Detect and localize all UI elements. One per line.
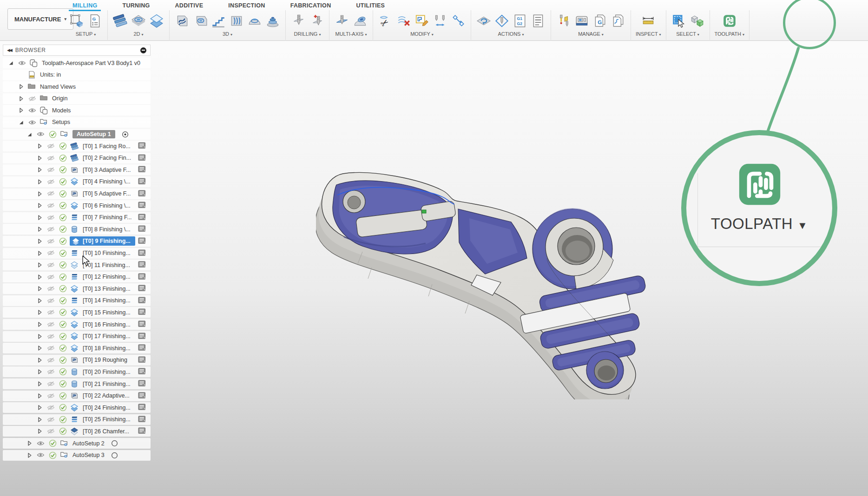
visibility-eye-off-icon[interactable] <box>26 96 38 102</box>
setup-row[interactable]: AutoSetup 2 <box>3 438 151 449</box>
operation-doc-icon[interactable] <box>138 368 146 375</box>
setup-sheet-icon[interactable] <box>530 13 546 29</box>
operation-doc-icon[interactable] <box>138 380 146 387</box>
expander-collapsed-icon[interactable] <box>34 238 45 244</box>
operation-doc-icon[interactable] <box>138 261 146 268</box>
toolpath-row[interactable]: [T0] 16 Finishing... <box>3 319 151 330</box>
toolpath-row[interactable]: [T0] 7 Finishing F... <box>3 212 151 223</box>
part-model[interactable] <box>316 167 651 399</box>
hide-panel-icon[interactable] <box>140 47 146 53</box>
expander-collapsed-icon[interactable] <box>34 286 45 292</box>
expander-collapsed-icon[interactable] <box>16 96 26 102</box>
toolbar-group-label[interactable]: MULTI-AXIS ▾ <box>335 31 367 37</box>
operation-doc-icon[interactable] <box>138 427 146 434</box>
toolbar-group-label[interactable]: 2D ▾ <box>133 31 143 37</box>
tree-row[interactable]: Units: in <box>3 70 151 80</box>
adaptive-clearing-icon[interactable] <box>174 13 190 29</box>
expander-collapsed-icon[interactable] <box>34 215 45 221</box>
face-icon[interactable] <box>112 13 128 29</box>
toolbar-group-label[interactable]: INSPECT ▾ <box>636 31 661 37</box>
expander-collapsed-icon[interactable] <box>34 333 45 339</box>
machine-library-icon[interactable] <box>574 13 590 29</box>
toolpath-row[interactable]: [T0] 20 Finishing... <box>3 366 151 377</box>
measure-icon[interactable] <box>640 13 656 29</box>
2d-contour-icon[interactable] <box>149 13 164 29</box>
visibility-eye-off-icon[interactable] <box>45 202 57 209</box>
visibility-eye-off-icon[interactable] <box>45 143 57 149</box>
pocket-clearing-icon[interactable] <box>192 13 208 29</box>
edit-toolpath-icon[interactable] <box>414 13 430 29</box>
visibility-eye-off-icon[interactable] <box>45 309 57 315</box>
setup-row[interactable]: AutoSetup 1 <box>3 129 151 140</box>
expander-collapsed-icon[interactable] <box>34 143 45 149</box>
simulate-icon[interactable] <box>476 13 492 29</box>
toolpath-row[interactable]: [T0] 15 Finishing... <box>3 307 151 318</box>
spiral-icon[interactable] <box>247 13 263 29</box>
operation-doc-icon[interactable] <box>138 273 146 280</box>
template-library-icon[interactable] <box>610 13 626 29</box>
visibility-eye-icon[interactable] <box>34 452 46 457</box>
delete-passes-icon[interactable] <box>396 13 412 29</box>
operation-doc-icon[interactable] <box>138 249 146 256</box>
tree-row[interactable]: Setups <box>3 117 151 128</box>
visibility-eye-off-icon[interactable] <box>45 155 57 161</box>
toolpath-row[interactable]: [T0] 11 Finishing... <box>3 260 151 270</box>
operation-doc-icon[interactable] <box>138 178 146 185</box>
visibility-eye-off-icon[interactable] <box>45 333 57 339</box>
operation-doc-icon[interactable] <box>138 154 146 161</box>
toolpath-row[interactable]: [T0] 14 Finishing... <box>3 295 151 306</box>
visibility-eye-off-icon[interactable] <box>45 250 57 256</box>
tab-inspection[interactable]: INSPECTION <box>225 1 268 10</box>
nc-code-icon[interactable]: G1G2 <box>512 13 528 29</box>
operation-doc-icon[interactable] <box>138 297 146 304</box>
tree-row[interactable]: Toolpath-Aerospace Part V3 Body1 v0 <box>3 58 151 68</box>
nc-program-icon[interactable]: G <box>87 13 103 29</box>
expander-collapsed-icon[interactable] <box>34 226 45 232</box>
expander-collapsed-icon[interactable] <box>34 274 45 280</box>
toolpath-row[interactable]: [T0] 1 Facing Ro... <box>3 141 151 151</box>
operation-doc-icon[interactable] <box>138 214 146 221</box>
operation-doc-icon[interactable] <box>138 344 146 351</box>
visibility-eye-icon[interactable] <box>34 131 46 137</box>
visibility-eye-off-icon[interactable] <box>45 381 57 387</box>
visibility-eye-off-icon[interactable] <box>45 298 57 304</box>
visibility-eye-off-icon[interactable] <box>45 393 57 399</box>
tree-row[interactable]: Origin <box>3 93 151 104</box>
expander-collapsed-icon[interactable] <box>34 345 45 351</box>
toolpath-row[interactable]: [T0] 24 Finishing... <box>3 402 151 413</box>
visibility-eye-off-icon[interactable] <box>45 167 57 173</box>
tab-fabrication[interactable]: FABRICATION <box>288 1 334 10</box>
active-setup-radio-selected[interactable] <box>122 131 129 138</box>
post-library-icon[interactable]: G <box>592 13 608 29</box>
expander-collapsed-icon[interactable] <box>34 191 45 197</box>
trim-toolpath-icon[interactable]: ✂ <box>378 13 394 29</box>
tree-row[interactable]: Named Views <box>3 81 151 92</box>
selection-filter-icon[interactable] <box>689 13 705 29</box>
multi-axis-contour-icon[interactable] <box>352 13 368 29</box>
active-setup-radio[interactable] <box>111 440 118 447</box>
hole-recognition-icon[interactable] <box>309 13 324 29</box>
visibility-eye-off-icon[interactable] <box>45 262 57 268</box>
expander-collapsed-icon[interactable] <box>34 357 45 363</box>
toolbar-group-label[interactable]: MODIFY ▾ <box>410 31 434 37</box>
visibility-eye-icon[interactable] <box>34 441 46 446</box>
visibility-eye-icon[interactable] <box>26 120 38 125</box>
visibility-eye-icon[interactable] <box>26 108 38 113</box>
visibility-eye-off-icon[interactable] <box>45 190 57 196</box>
toolpath-row[interactable]: [T0] 21 Finishing... <box>3 379 151 389</box>
post-process-icon[interactable] <box>494 13 510 29</box>
visibility-eye-off-icon[interactable] <box>45 238 57 244</box>
toolpath-row[interactable]: [T0] 5 Adaptive F... <box>3 189 151 199</box>
expander-collapsed-icon[interactable] <box>34 405 45 411</box>
visibility-eye-off-icon[interactable] <box>45 226 57 232</box>
operation-doc-icon[interactable] <box>138 190 146 197</box>
operation-doc-icon[interactable] <box>138 285 146 292</box>
steep-and-shallow-icon[interactable] <box>210 13 226 29</box>
toolpath-row[interactable]: [T0] 8 Finishing \... <box>3 224 151 235</box>
expander-collapsed-icon[interactable] <box>34 417 45 423</box>
new-setup-icon[interactable] <box>69 13 85 29</box>
visibility-eye-off-icon[interactable] <box>45 357 57 363</box>
ramp-icon[interactable] <box>265 13 281 29</box>
expander-collapsed-icon[interactable] <box>24 440 34 446</box>
operation-doc-icon[interactable] <box>138 237 146 244</box>
